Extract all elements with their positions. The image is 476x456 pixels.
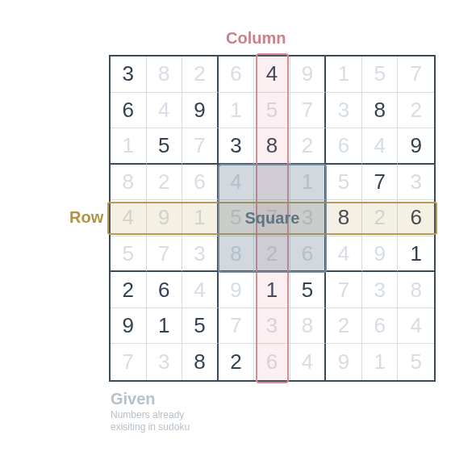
cell-r4-c2: 1: [182, 200, 219, 236]
cell-r6-c3: 9: [219, 272, 255, 308]
cell-r7-c8: 4: [398, 308, 434, 345]
candidate-number: 7: [302, 98, 313, 123]
cell-r5-c7: 9: [362, 236, 399, 273]
cell-r7-c3: 7: [219, 308, 255, 345]
cell-r2-c3: 3: [219, 128, 255, 165]
cell-r5-c8: 1: [398, 236, 434, 273]
cell-r5-c0: 5: [111, 236, 147, 273]
cell-r1-c3: 1: [219, 93, 255, 129]
cell-r7-c2: 5: [182, 308, 219, 345]
cell-r5-c3: 8: [219, 236, 255, 273]
candidate-number: 3: [158, 349, 169, 374]
sudoku-diagram: Column Row 38264915764915738215738264982…: [0, 0, 476, 456]
candidate-number: 5: [230, 205, 241, 230]
candidate-number: 9: [158, 205, 169, 230]
candidate-number: 9: [230, 278, 241, 303]
cell-r6-c4: 1: [254, 272, 290, 308]
candidate-number: 2: [194, 61, 205, 86]
cell-r8-c1: 3: [147, 344, 183, 380]
cell-r1-c7: 8: [362, 93, 399, 129]
candidate-number: 5: [374, 61, 385, 86]
cell-r0-c2: 2: [182, 56, 219, 93]
given-number: 6: [158, 278, 169, 303]
cell-r2-c6: 6: [326, 128, 362, 165]
candidate-number: 3: [266, 313, 278, 338]
candidate-number: 8: [230, 241, 241, 266]
given-number: 9: [410, 133, 421, 158]
given-number: 3: [230, 133, 241, 158]
cell-r6-c2: 4: [182, 272, 219, 308]
candidate-number: 4: [338, 241, 349, 266]
cell-r3-c8: 3: [398, 165, 434, 201]
given-number: 5: [302, 278, 313, 303]
cell-r8-c2: 8: [182, 344, 219, 380]
cell-r1-c4: 5: [254, 93, 290, 129]
candidate-number: 9: [302, 61, 313, 86]
cell-r1-c1: 4: [147, 93, 183, 129]
candidate-number: 1: [123, 133, 134, 158]
cell-r3-c2: 6: [182, 165, 219, 201]
candidate-number: 4: [374, 133, 385, 158]
given-number: 8: [194, 349, 205, 374]
cell-r6-c0: 2: [111, 272, 147, 308]
candidate-number: 3: [410, 169, 421, 195]
cell-r6-c6: 7: [326, 272, 362, 308]
cell-r0-c3: 6: [219, 56, 255, 93]
candidate-number: 5: [338, 169, 349, 195]
given-number: 6: [123, 98, 134, 123]
cell-r3-c6: 5: [326, 165, 362, 201]
cell-r6-c7: 3: [362, 272, 399, 308]
cell-r0-c0: 3: [111, 56, 147, 93]
candidate-number: 6: [302, 241, 313, 266]
given-number: 8: [374, 98, 385, 123]
cell-r3-c4: [254, 165, 290, 201]
given-number: 5: [194, 313, 205, 338]
candidate-number: 1: [374, 349, 385, 374]
candidate-number: 2: [158, 169, 169, 195]
candidate-number: 7: [410, 61, 421, 86]
cell-r8-c7: 1: [362, 344, 399, 380]
label-given-subtitle: Numbers already exisiting in sudoku: [111, 409, 190, 433]
given-number: 4: [266, 61, 278, 86]
cell-r4-c0: 4: [111, 200, 147, 236]
cell-r7-c0: 9: [111, 308, 147, 345]
candidate-number: 6: [230, 61, 241, 86]
candidate-number: 7: [123, 349, 134, 374]
candidate-number: 1: [338, 61, 349, 86]
cell-r7-c5: 8: [290, 308, 327, 345]
cell-r5-c5: 6: [290, 236, 327, 273]
cell-r3-c1: 2: [147, 165, 183, 201]
given-number: 6: [410, 205, 421, 230]
cell-r0-c7: 5: [362, 56, 399, 93]
cell-r0-c6: 1: [326, 56, 362, 93]
candidate-number: 4: [410, 313, 421, 338]
candidate-number: 3: [338, 98, 349, 123]
candidate-number: 1: [194, 205, 205, 230]
label-square: Square: [245, 209, 300, 228]
cell-r3-c5: 1: [290, 165, 327, 201]
candidate-number: 3: [374, 278, 385, 303]
cell-r2-c7: 4: [362, 128, 399, 165]
cell-r1-c6: 3: [326, 93, 362, 129]
cell-r4-c8: 6: [398, 200, 434, 236]
cell-r1-c0: 6: [111, 93, 147, 129]
cell-r2-c2: 7: [182, 128, 219, 165]
given-number: 3: [123, 61, 134, 86]
candidate-number: 7: [158, 241, 169, 266]
label-column: Column: [226, 29, 286, 48]
candidate-number: 4: [230, 169, 241, 195]
cell-r1-c2: 9: [182, 93, 219, 129]
cell-r4-c1: 9: [147, 200, 183, 236]
given-number: 1: [266, 278, 278, 303]
cell-r7-c1: 1: [147, 308, 183, 345]
cell-r1-c5: 7: [290, 93, 327, 129]
candidate-number: 5: [410, 349, 421, 374]
cell-r8-c0: 7: [111, 344, 147, 380]
cell-r0-c8: 7: [398, 56, 434, 93]
cell-r4-c7: 2: [362, 200, 399, 236]
candidate-number: 3: [302, 205, 313, 230]
cell-r3-c7: 7: [362, 165, 399, 201]
candidate-number: 2: [338, 313, 349, 338]
cell-r5-c2: 3: [182, 236, 219, 273]
candidate-number: 4: [302, 349, 313, 374]
